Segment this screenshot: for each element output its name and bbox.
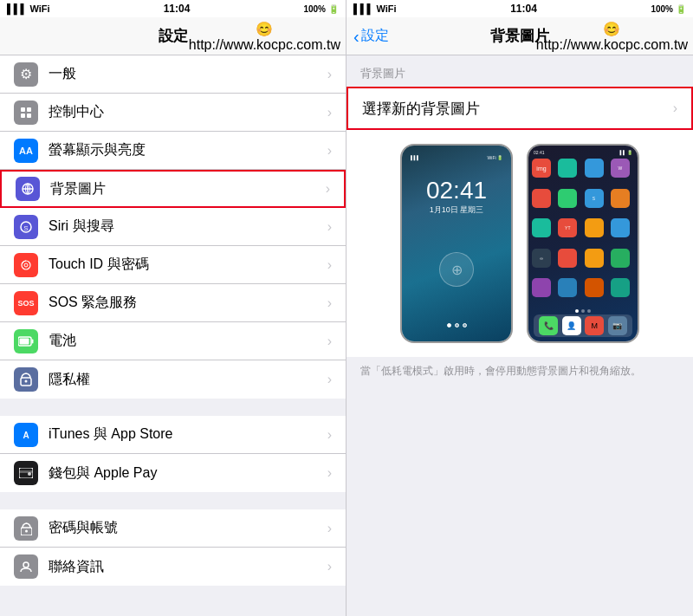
- app-icon: [585, 218, 604, 237]
- left-settings-scroll[interactable]: ⚙ 一般 › 控制中心 › AA 螢幕顯示與亮度 ›: [0, 55, 346, 616]
- general-icon: ⚙: [14, 62, 38, 87]
- select-chevron-icon: ›: [673, 101, 677, 116]
- privacy-label: 隱私權: [49, 371, 327, 389]
- row-general[interactable]: ⚙ 一般 ›: [0, 55, 346, 94]
- right-time: 11:04: [510, 3, 537, 15]
- row-password[interactable]: 密碼與帳號 ›: [0, 509, 346, 548]
- row-sos[interactable]: SOS SOS 緊急服務 ›: [0, 284, 346, 322]
- password-icon: [14, 516, 38, 541]
- left-nav-bar: 設定 😊 http://www.kocpc.com.tw: [0, 17, 346, 55]
- svg-text:S: S: [23, 224, 28, 232]
- left-watermark: 😊 http://www.kocpc.com.tw: [189, 20, 340, 52]
- wallet-chevron: ›: [327, 465, 332, 481]
- svg-point-23: [25, 529, 28, 532]
- row-wallpaper[interactable]: 背景圖片 ›: [0, 170, 346, 208]
- right-signal: ▌▌▌ WiFi: [353, 3, 397, 14]
- itunes-chevron: ›: [327, 427, 332, 443]
- select-label: 選擇新的背景圖片: [362, 99, 673, 119]
- siri-chevron: ›: [327, 219, 332, 235]
- battery-chevron: ›: [327, 334, 332, 349]
- svg-rect-14: [20, 338, 29, 344]
- right-empty: [346, 386, 693, 616]
- row-siri[interactable]: S Siri 與搜尋 ›: [0, 208, 346, 246]
- right-caption: 當「低耗電模式」啟用時，會停用動態背景圖片和視角縮放。: [346, 357, 693, 386]
- app-icon: [532, 278, 551, 297]
- left-section-3: 密碼與帳號 › 聯絡資訊 ›: [0, 509, 346, 586]
- home-screen-preview: 02:41 ▌▌ 🔋 img W S YT: [527, 144, 639, 343]
- sos-label: SOS 緊急服務: [49, 294, 327, 312]
- right-nav-back[interactable]: ‹ 設定: [353, 27, 389, 45]
- battery-icon: [14, 329, 38, 353]
- row-contacts[interactable]: 聯絡資訊 ›: [0, 548, 346, 586]
- section-gap-3: [0, 586, 346, 603]
- app-icon: ∞: [532, 249, 551, 268]
- dock-phone: 📞: [539, 316, 558, 335]
- app-icon: img: [532, 159, 551, 178]
- display-icon: AA: [14, 139, 38, 163]
- svg-point-11: [24, 263, 28, 267]
- app-icon: [585, 278, 604, 297]
- touchid-label: Touch ID 與密碼: [49, 256, 327, 274]
- right-nav-bar: ‹ 設定 背景圖片 😊 http://www.kocpc.com.tw: [346, 17, 693, 55]
- row-battery[interactable]: 電池 ›: [0, 322, 346, 360]
- preview-area: ▌▌▌ WiFi 🔋 02:41 1月10日 星期三 ⊕: [346, 130, 693, 357]
- password-chevron: ›: [327, 521, 332, 536]
- display-chevron: ›: [327, 143, 332, 159]
- svg-rect-3: [27, 113, 31, 118]
- dock-mail: M: [585, 316, 604, 335]
- row-wallet[interactable]: 錢包與 Apple Pay ›: [0, 454, 346, 492]
- app-icon: [558, 189, 577, 208]
- right-section-label: 背景圖片: [346, 55, 693, 87]
- app-icon: [558, 159, 577, 178]
- itunes-label: iTunes 與 App Store: [49, 425, 327, 444]
- svg-point-16: [25, 380, 28, 383]
- section-gap-2: [0, 492, 346, 509]
- wallpaper-chevron: ›: [326, 181, 330, 197]
- control-label: 控制中心: [49, 103, 327, 121]
- left-signal: ▌▌▌ WiFi: [7, 3, 50, 14]
- wallet-icon: [14, 461, 38, 485]
- lock-time: 02:41: [426, 178, 487, 203]
- control-icon: [14, 101, 38, 125]
- right-panel: ▌▌▌ WiFi 11:04 100% 🔋 ‹ 設定 背景圖片 😊 http:/…: [346, 0, 693, 616]
- row-display[interactable]: AA 螢幕顯示與亮度 ›: [0, 132, 346, 170]
- right-select-row[interactable]: 選擇新的背景圖片 ›: [346, 87, 693, 130]
- row-control[interactable]: 控制中心 ›: [0, 94, 346, 132]
- row-itunes[interactable]: A iTunes 與 App Store ›: [0, 416, 346, 454]
- contacts-icon: [14, 554, 38, 579]
- row-privacy[interactable]: 隱私權 ›: [0, 360, 346, 399]
- sos-icon: SOS: [14, 291, 38, 315]
- home-screen-bg: 02:41 ▌▌ 🔋 img W S YT: [528, 146, 638, 341]
- wallpaper-label: 背景圖片: [50, 180, 326, 198]
- svg-rect-2: [21, 113, 25, 118]
- row-touchid[interactable]: Touch ID 與密碼 ›: [0, 246, 346, 284]
- control-chevron: ›: [327, 105, 332, 120]
- app-grid: img W S YT ∞: [530, 157, 636, 308]
- back-chevron-icon: ‹: [353, 28, 359, 45]
- right-watermark: 😊 http://www.kocpc.com.tw: [536, 20, 688, 52]
- privacy-icon: [14, 367, 38, 392]
- right-wm-face: 😊: [603, 20, 620, 36]
- left-time: 11:04: [164, 3, 191, 15]
- app-icon: [611, 249, 630, 268]
- touchid-chevron: ›: [327, 257, 332, 273]
- display-label: 螢幕顯示與亮度: [49, 141, 327, 159]
- app-icon: [558, 278, 577, 297]
- app-icon: W: [611, 159, 630, 178]
- left-section-2: A iTunes 與 App Store › 錢包與 Apple Pay ›: [0, 416, 346, 492]
- right-status-bar: ▌▌▌ WiFi 11:04 100% 🔋: [346, 0, 693, 17]
- app-icon: [532, 218, 551, 237]
- svg-rect-13: [32, 339, 34, 343]
- siri-label: Siri 與搜尋: [49, 217, 327, 236]
- phone-dock: 📞 👤 M 📷: [534, 314, 632, 337]
- left-wm-face: 😊: [256, 20, 273, 36]
- left-wm-url: http://www.kocpc.com.tw: [189, 36, 340, 52]
- password-label: 密碼與帳號: [49, 519, 327, 537]
- app-icon: S: [585, 189, 604, 208]
- home-status-bar: 02:41 ▌▌ 🔋: [530, 149, 636, 156]
- general-label: 一般: [49, 65, 327, 83]
- svg-rect-20: [19, 470, 33, 473]
- svg-point-24: [23, 562, 29, 567]
- general-chevron: ›: [327, 67, 332, 82]
- app-icon: [611, 218, 630, 237]
